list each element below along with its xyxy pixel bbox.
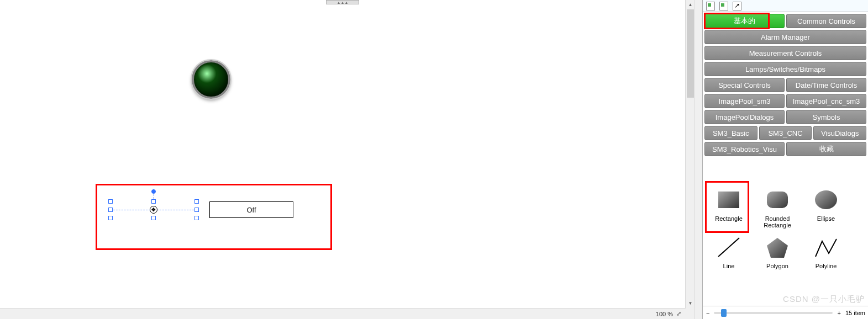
toolbox-zoom-bar: − + 15 item: [703, 306, 868, 319]
category-ipdialogs[interactable]: ImagePoolDialogs: [704, 110, 785, 124]
category-label: SM3_Robotics_Visu: [712, 145, 777, 153]
category-label: Symbols: [813, 113, 840, 121]
category-visudlg[interactable]: VisuDialogs: [813, 126, 866, 140]
svg-line-3: [718, 238, 739, 257]
svg-point-2: [815, 190, 837, 209]
off-button-label: Off: [246, 206, 256, 214]
category-basic[interactable]: 基本的: [704, 14, 785, 28]
tool-label: Polygon: [766, 263, 788, 269]
category-label: VisuDialogs: [821, 129, 859, 137]
zoom-plus-icon[interactable]: +: [837, 310, 840, 316]
category-label: Measurement Controls: [749, 49, 822, 57]
resize-handle-nw[interactable]: [108, 199, 113, 204]
ellipse-icon: [809, 184, 843, 215]
zoom-fit-icon[interactable]: ⤢: [676, 310, 681, 317]
zoom-minus-icon[interactable]: −: [706, 310, 709, 316]
category-sm3cnc[interactable]: SM3_CNC: [759, 126, 812, 140]
tool-polygon[interactable]: Polygon: [755, 232, 800, 269]
category-ipcncsm3[interactable]: ImagePool_cnc_sm3: [786, 94, 866, 108]
toolbox-view-icon-1[interactable]: [706, 2, 715, 10]
svg-rect-1: [767, 192, 788, 208]
category-datetime[interactable]: Date/Time Controls: [786, 78, 866, 92]
rectangle-icon: [712, 184, 746, 215]
category-label: 基本的: [734, 16, 755, 26]
tool-rectangle[interactable]: Rectangle: [706, 184, 751, 228]
toolbox-item-count: 15 item: [845, 310, 865, 316]
category-label: SM3_Basic: [713, 129, 749, 137]
tool-line[interactable]: Line: [706, 232, 751, 269]
resize-handle-sw[interactable]: [108, 216, 113, 220]
category-fav[interactable]: 收藏: [786, 142, 866, 156]
canvas-status-bar: 100 % ⤢: [0, 308, 686, 319]
canvas-scrollbar-vertical[interactable]: ▲ ▼: [685, 0, 695, 319]
category-label: Special Controls: [718, 81, 771, 89]
tool-ellipse[interactable]: Ellipse: [803, 184, 849, 228]
panel-collapse-handle[interactable]: ▲▲▲: [326, 0, 359, 4]
roundrect-icon: [760, 184, 795, 215]
tool-label: Rounded Rectangle: [755, 215, 800, 228]
zoom-readout: 100 %: [656, 311, 673, 317]
resize-handle-e[interactable]: [194, 208, 199, 212]
category-symbols[interactable]: Symbols: [786, 110, 866, 124]
tool-polyline[interactable]: Polyline: [803, 232, 849, 269]
category-label: ImagePool_cnc_sm3: [793, 97, 860, 105]
watermark: CSDN @一只小毛驴: [783, 294, 865, 305]
resize-handle-s[interactable]: [151, 216, 156, 220]
scroll-thumb[interactable]: [687, 9, 694, 98]
tool-label: Polyline: [816, 263, 837, 269]
polyline-icon: [809, 232, 843, 263]
off-button-element[interactable]: Off: [209, 201, 293, 218]
tool-label: Rectangle: [715, 215, 743, 222]
selected-element[interactable]: ✥: [111, 201, 197, 218]
category-common[interactable]: Common Controls: [786, 14, 866, 28]
toolbox-link-icon[interactable]: [733, 2, 741, 10]
category-label: ImagePool_sm3: [719, 97, 771, 105]
rotate-handle[interactable]: [151, 189, 156, 194]
toolbox-items: RectangleRounded RectangleEllipseLinePol…: [703, 181, 868, 273]
tool-label: Line: [723, 263, 735, 269]
category-label: 收藏: [819, 144, 834, 154]
category-special[interactable]: Special Controls: [704, 78, 785, 92]
toolbox-iconbar: [703, 0, 868, 12]
toolbox-category-grid: 基本的Common ControlsAlarm ManagerMeasureme…: [703, 12, 868, 156]
toolbox-panel: 基本的Common ControlsAlarm ManagerMeasureme…: [702, 0, 868, 319]
polygon-icon: [760, 232, 795, 263]
resize-handle-se[interactable]: [194, 216, 199, 220]
line-icon: [712, 232, 746, 263]
svg-marker-4: [767, 238, 788, 258]
tool-label: Ellipse: [817, 215, 835, 222]
svg-rect-0: [718, 192, 739, 208]
resize-handle-w[interactable]: [108, 208, 113, 212]
category-label: SM3_CNC: [768, 129, 802, 137]
resize-handle-ne[interactable]: [194, 199, 199, 204]
category-label: Common Controls: [797, 17, 855, 25]
scroll-up-icon[interactable]: ▲: [686, 0, 695, 9]
category-measure[interactable]: Measurement Controls: [704, 46, 866, 60]
category-label: Date/Time Controls: [796, 81, 858, 89]
resize-handle-n[interactable]: [151, 199, 156, 204]
category-sm3robot[interactable]: SM3_Robotics_Visu: [704, 142, 785, 156]
category-sm3basic[interactable]: SM3_Basic: [704, 126, 757, 140]
scroll-down-icon[interactable]: ▼: [686, 299, 695, 308]
move-icon: ✥: [150, 206, 157, 214]
tool-roundrect[interactable]: Rounded Rectangle: [755, 184, 800, 228]
category-label: Alarm Manager: [761, 33, 810, 41]
toolbox-view-icon-2[interactable]: [719, 2, 728, 10]
zoom-slider-track[interactable]: [714, 312, 833, 314]
design-canvas[interactable]: ▲▲▲ ✥ Off ▲ ▼ 100 % ⤢: [0, 0, 695, 319]
category-ipsm3[interactable]: ImagePool_sm3: [704, 94, 785, 108]
category-label: ImagePoolDialogs: [716, 113, 774, 121]
category-label: Lamps/Switches/Bitmaps: [745, 65, 825, 73]
category-alarm[interactable]: Alarm Manager: [704, 30, 866, 44]
category-lamps[interactable]: Lamps/Switches/Bitmaps: [704, 62, 866, 76]
lamp-indicator[interactable]: [192, 60, 230, 99]
zoom-slider-thumb[interactable]: [721, 309, 727, 317]
